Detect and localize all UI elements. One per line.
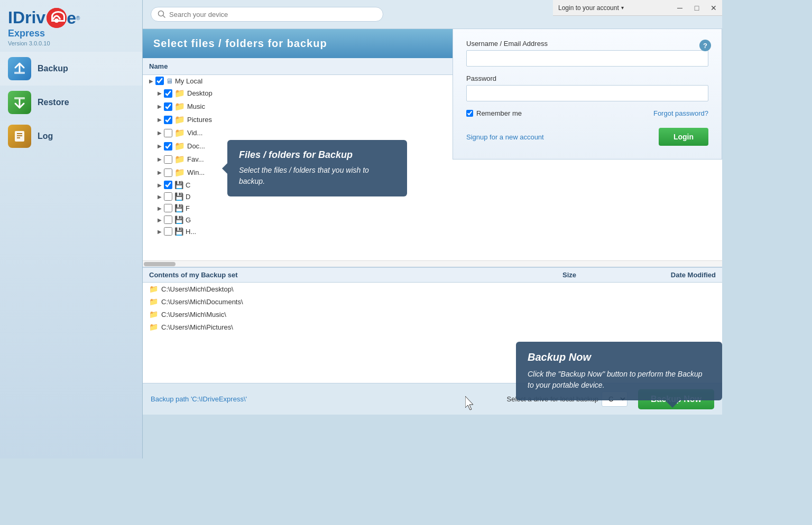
folder-icon-vid: 📁 [174,128,185,138]
tree-label-vid: Vid... [187,129,202,137]
tree-label-mylocal: My Local [175,77,202,85]
backup-item-path-pictures: C:\Users\Mich\Pictures\ [161,323,233,331]
backup-set-col-size: Size [562,271,626,279]
username-label: Username / Email Address [466,40,708,48]
tree-checkbox-pictures[interactable] [164,116,172,124]
tree-label-d: D [186,193,190,201]
logo-container: IDriv e ® [8,8,134,28]
tree-item-g-drive[interactable]: ▶ 💾 G [143,214,722,226]
backup-item-path-music: C:\Users\Mich\Music\ [161,311,226,318]
tree-label-f: F [186,204,190,212]
svg-rect-2 [14,72,25,74]
tree-item-f-drive[interactable]: ▶ 💾 F [143,202,722,214]
svg-point-1 [54,18,59,23]
remember-me-checkbox[interactable] [466,110,473,117]
tree-checkbox-d[interactable] [164,192,172,201]
backup-set-col-date: Date Modified [636,271,716,279]
tree-expander-desktop[interactable]: ▶ [155,90,164,96]
tree-checkbox-mylocal[interactable] [155,77,164,85]
backup-item-icon-pictures: 📁 [149,323,158,331]
backup-item-icon-documents: 📁 [149,297,158,306]
username-input[interactable] [466,50,708,67]
backup-item-icon-music: 📁 [149,310,158,318]
tree-label-fav: Fav... [187,155,204,163]
tree-hscrollbar[interactable] [143,260,722,267]
tree-expander[interactable]: ▶ [147,78,155,84]
tree-expander-vid[interactable]: ▶ [155,130,164,136]
tooltip-backupnow-title: Backup Now [528,351,710,363]
tree-label-h: H... [186,228,196,236]
tree-checkbox-win[interactable] [164,168,172,177]
tree-checkbox-f[interactable] [164,204,172,212]
password-input[interactable] [466,85,708,101]
titlebar: Login to your account ▾ ─ □ ✕ [553,0,722,16]
nav-item-backup[interactable]: Backup [0,52,142,86]
backup-set-col-name: Contents of my Backup set [149,271,238,279]
tree-expander-f[interactable]: ▶ [155,205,164,211]
logo-area: IDriv e ® Express Version 3.0.0.10 [0,0,142,52]
tree-checkbox-fav[interactable] [164,155,172,164]
login-button[interactable]: Login [659,128,708,146]
file-tree-column-name: Name [149,62,168,70]
tooltip-backup-body: Select the files / folders that you wish… [239,165,395,187]
titlebar-dropdown-arrow[interactable]: ▾ [621,5,624,11]
computer-icon: 🖥 [166,77,173,85]
tree-checkbox-c[interactable] [164,181,172,189]
minimize-button[interactable]: ─ [671,0,688,16]
logo-e-text: e [67,8,76,28]
folder-icon-fav: 📁 [174,154,185,164]
nav-restore-label: Restore [38,98,69,107]
tree-label-c: C [186,181,190,189]
tree-checkbox-doc[interactable] [164,142,172,151]
forgot-password-link[interactable]: Forgot password? [653,109,708,117]
folder-icon-doc: 📁 [174,141,185,151]
log-icon [8,125,31,148]
tree-label-pictures: Pictures [187,116,212,124]
nav-log-label: Log [38,132,53,141]
help-icon[interactable]: ? [699,40,711,51]
folder-icon-desktop: 📁 [174,88,185,98]
signup-link[interactable]: Signup for a new account [466,133,544,141]
restore-icon [8,91,31,114]
sidebar: IDriv e ® Express Version 3.0.0.10 [0,0,143,458]
tree-label-desktop: Desktop [187,89,213,97]
backup-item-pictures[interactable]: 📁 C:\Users\Mich\Pictures\ [143,321,722,333]
tree-expander-doc[interactable]: ▶ [155,143,164,149]
nav-item-log[interactable]: Log [0,119,142,153]
backup-path-link[interactable]: Backup path 'C:\IDriveExpress\' [151,395,247,403]
backup-item-path-desktop: C:\Users\Mich\Desktop\ [161,285,234,293]
tree-checkbox-g[interactable] [164,215,172,224]
search-input[interactable] [169,11,376,18]
maximize-button[interactable]: □ [688,0,705,16]
remember-me-label[interactable]: Remember me [466,109,522,117]
backup-item-icon-desktop: 📁 [149,285,158,293]
backup-item-documents[interactable]: 📁 C:\Users\Mich\Documents\ [143,295,722,308]
tree-expander-d[interactable]: ▶ [155,194,164,200]
drive-icon-d: 💾 [174,192,183,201]
tree-checkbox-music[interactable] [164,102,172,111]
tree-expander-g[interactable]: ▶ [155,217,164,223]
tree-checkbox-vid[interactable] [164,129,172,137]
tree-label-doc: Doc... [187,142,205,150]
backup-set-header: Contents of my Backup set Size Date Modi… [143,268,722,283]
backup-item-desktop[interactable]: 📁 C:\Users\Mich\Desktop\ [143,283,722,295]
tooltip-backupnow-body: Click the "Backup Now" button to perform… [528,369,710,391]
search-input-wrapper[interactable] [151,7,383,22]
logo-version-text: Version 3.0.0.10 [8,40,134,46]
tree-item-h-drive[interactable]: ▶ 💾 H... [143,226,722,237]
close-button[interactable]: ✕ [705,0,722,16]
tree-expander-h[interactable]: ▶ [155,229,164,235]
tree-expander-c[interactable]: ▶ [155,182,164,188]
tree-label-music: Music [187,102,205,110]
tree-expander-pictures[interactable]: ▶ [155,117,164,123]
tree-expander-fav[interactable]: ▶ [155,156,164,162]
drive-icon-c: 💾 [174,181,183,189]
tree-checkbox-h[interactable] [164,227,172,236]
password-label: Password [466,74,708,82]
nav-item-restore[interactable]: Restore [0,86,142,119]
tree-expander-music[interactable]: ▶ [155,104,164,109]
search-icon [158,10,166,18]
tree-checkbox-desktop[interactable] [164,89,172,98]
backup-item-music[interactable]: 📁 C:\Users\Mich\Music\ [143,308,722,321]
tree-expander-win[interactable]: ▶ [155,170,164,175]
